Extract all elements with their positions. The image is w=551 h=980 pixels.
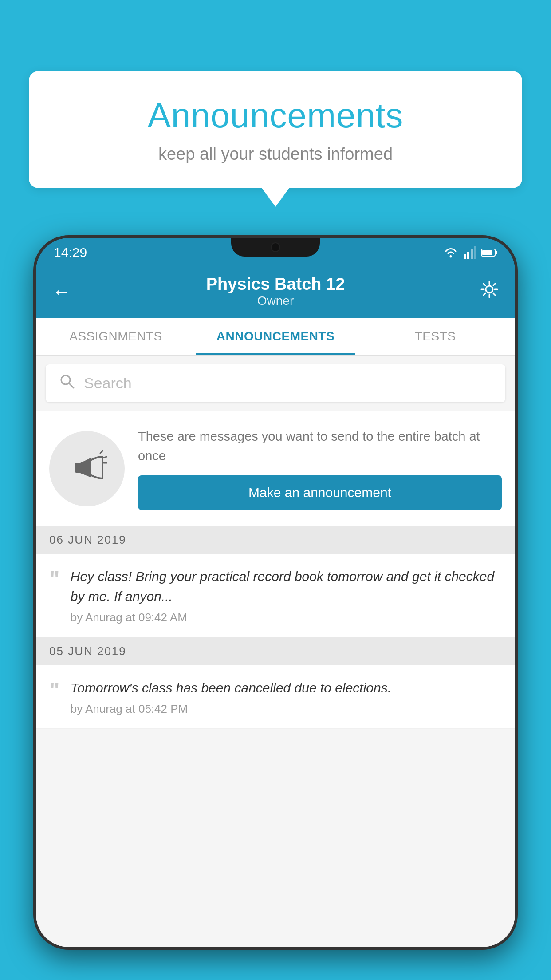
announcement-text-1: Hey class! Bring your practical record b…	[71, 566, 502, 606]
tab-announcements[interactable]: ANNOUNCEMENTS	[196, 318, 355, 355]
battery-icon	[481, 248, 497, 257]
phone-frame: 14:29	[33, 235, 518, 950]
tabs-bar: ASSIGNMENTS ANNOUNCEMENTS TESTS	[36, 318, 515, 356]
signal-icon	[464, 246, 476, 259]
date-text-2: 05 JUN 2019	[49, 644, 126, 658]
volume-button-down[interactable]	[33, 393, 35, 429]
promo-right: These are messages you want to send to t…	[138, 427, 502, 510]
megaphone-icon	[67, 449, 107, 489]
volume-button-up[interactable]	[33, 349, 35, 384]
speech-bubble: Announcements keep all your students inf…	[29, 71, 522, 188]
promo-icon-circle	[49, 431, 125, 506]
status-icons	[443, 246, 497, 259]
power-button[interactable]	[516, 371, 518, 420]
quote-icon-2: "	[49, 680, 60, 702]
phone-screen: Search	[36, 356, 515, 950]
phone-notch	[231, 238, 320, 257]
announcement-meta-1: by Anurag at 09:42 AM	[71, 611, 502, 624]
announcement-content-1: Hey class! Bring your practical record b…	[71, 566, 502, 624]
speech-bubble-container: Announcements keep all your students inf…	[29, 71, 522, 188]
speech-bubble-subtitle: keep all your students informed	[55, 145, 496, 164]
make-announcement-button[interactable]: Make an announcement	[138, 475, 502, 510]
front-camera	[271, 242, 280, 252]
svg-point-0	[450, 255, 452, 257]
date-text-1: 06 JUN 2019	[49, 533, 126, 547]
search-icon	[59, 373, 75, 393]
speech-bubble-title: Announcements	[55, 95, 496, 136]
svg-point-8	[486, 286, 493, 293]
svg-rect-3	[471, 249, 473, 259]
announcement-text-2: Tomorrow's class has been cancelled due …	[71, 678, 502, 698]
svg-rect-7	[496, 251, 497, 254]
announcement-item-1[interactable]: " Hey class! Bring your practical record…	[36, 554, 515, 637]
announcement-content-2: Tomorrow's class has been cancelled due …	[71, 678, 502, 716]
svg-rect-11	[75, 463, 81, 473]
gear-button[interactable]	[480, 280, 499, 304]
status-time: 14:29	[54, 245, 87, 260]
svg-rect-1	[464, 254, 466, 259]
search-placeholder: Search	[84, 375, 132, 392]
quote-icon-1: "	[49, 568, 60, 590]
wifi-icon	[443, 246, 458, 259]
promo-description: These are messages you want to send to t…	[138, 427, 502, 466]
search-bar[interactable]: Search	[46, 364, 505, 402]
header-center: Physics Batch 12 Owner	[71, 275, 480, 308]
header-subtitle: Owner	[71, 294, 480, 308]
svg-line-10	[69, 383, 74, 388]
date-separator-2: 05 JUN 2019	[36, 637, 515, 665]
app-header: ← Physics Batch 12 Owner	[36, 267, 515, 318]
svg-line-12	[100, 451, 102, 453]
svg-rect-2	[467, 252, 469, 259]
promo-card: These are messages you want to send to t…	[36, 411, 515, 526]
tab-assignments[interactable]: ASSIGNMENTS	[36, 318, 196, 355]
date-separator-1: 06 JUN 2019	[36, 526, 515, 554]
svg-rect-6	[482, 250, 492, 255]
svg-line-13	[104, 457, 107, 458]
announcement-meta-2: by Anurag at 05:42 PM	[71, 702, 502, 716]
back-button[interactable]: ←	[52, 282, 71, 301]
header-title: Physics Batch 12	[71, 275, 480, 294]
announcement-item-2[interactable]: " Tomorrow's class has been cancelled du…	[36, 665, 515, 729]
phone-wrapper: 14:29	[33, 235, 518, 980]
tab-tests[interactable]: TESTS	[355, 318, 515, 355]
svg-rect-4	[474, 246, 476, 259]
